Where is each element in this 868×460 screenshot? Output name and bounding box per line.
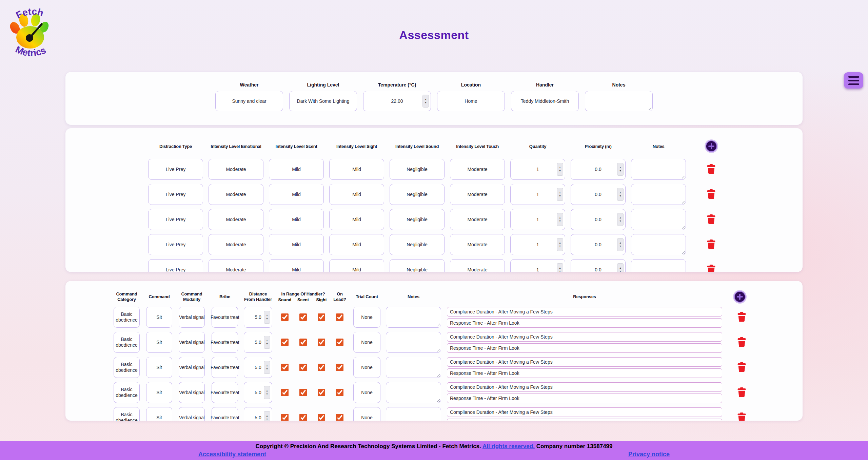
intensity-level-sight-input[interactable]: Mild bbox=[329, 184, 384, 205]
distance-from-handler-input[interactable]: 5.0▴▾ bbox=[244, 382, 272, 403]
response-input[interactable]: Response Time - After Firm Look bbox=[447, 419, 722, 421]
quantity-input[interactable]: 1▴▾ bbox=[510, 159, 565, 180]
all-rights-reserved-link[interactable]: All rights reserved. bbox=[482, 443, 535, 449]
distance-from-handler-input[interactable]: 5.0▴▾ bbox=[244, 357, 272, 378]
intensity-level-scent-input[interactable]: Mild bbox=[269, 259, 324, 272]
spinner-icon[interactable]: ▴▾ bbox=[557, 188, 563, 201]
intensity-level-sound-input[interactable]: Negligible bbox=[390, 234, 445, 255]
quantity-input[interactable]: 1▴▾ bbox=[510, 209, 565, 230]
spinner-icon[interactable]: ▴▾ bbox=[422, 95, 429, 108]
in-range-scent-checkbox[interactable] bbox=[299, 389, 307, 396]
spinner-icon[interactable]: ▴▾ bbox=[557, 238, 563, 251]
response-input[interactable]: Compliance Duration - After Moving a Few… bbox=[447, 357, 722, 367]
trial-count-input[interactable]: None bbox=[353, 357, 380, 378]
trial-count-input[interactable]: None bbox=[353, 332, 380, 353]
command-input[interactable]: Sit bbox=[146, 407, 172, 421]
response-input[interactable]: Compliance Duration - After Moving a Few… bbox=[447, 332, 722, 342]
in-range-scent-checkbox[interactable] bbox=[299, 414, 307, 421]
spinner-icon[interactable]: ▴▾ bbox=[617, 188, 624, 201]
in-range-scent-checkbox[interactable] bbox=[299, 339, 307, 346]
in-range-sight-checkbox[interactable] bbox=[318, 364, 325, 371]
command-category-input[interactable]: Basic obedience bbox=[114, 357, 140, 378]
intensity-level-sight-input[interactable]: Mild bbox=[329, 234, 384, 255]
in-range-sight-checkbox[interactable] bbox=[318, 339, 325, 346]
on-lead-checkbox[interactable] bbox=[336, 389, 343, 396]
distraction-notes-input[interactable] bbox=[631, 259, 686, 272]
intensity-level-emotional-input[interactable]: Moderate bbox=[209, 184, 263, 205]
trial-count-input[interactable]: None bbox=[353, 382, 380, 403]
intensity-level-scent-input[interactable]: Mild bbox=[269, 234, 324, 255]
distraction-notes-input[interactable] bbox=[631, 234, 686, 255]
spinner-icon[interactable]: ▴▾ bbox=[264, 311, 270, 324]
menu-button[interactable] bbox=[844, 72, 863, 89]
bribe-input[interactable]: Favourite treat bbox=[212, 407, 238, 421]
response-input[interactable]: Response Time - After Firm Look bbox=[447, 343, 722, 353]
response-input[interactable]: Compliance Duration - After Moving a Few… bbox=[447, 307, 722, 317]
intensity-level-sound-input[interactable]: Negligible bbox=[390, 209, 445, 230]
bribe-input[interactable]: Favourite treat bbox=[212, 357, 238, 378]
command-modality-input[interactable]: Verbal signal bbox=[179, 357, 205, 378]
command-notes-input[interactable] bbox=[386, 382, 441, 403]
proximity-input[interactable]: 0.0▴▾ bbox=[571, 209, 626, 230]
bribe-input[interactable]: Favourite treat bbox=[212, 332, 238, 353]
proximity-input[interactable]: 0.0▴▾ bbox=[571, 234, 626, 255]
intensity-level-scent-input[interactable]: Mild bbox=[269, 159, 324, 180]
intensity-level-emotional-input[interactable]: Moderate bbox=[209, 234, 263, 255]
spinner-icon[interactable]: ▴▾ bbox=[557, 163, 563, 176]
in-range-sound-checkbox[interactable] bbox=[281, 364, 289, 371]
trial-count-input[interactable]: None bbox=[353, 307, 380, 328]
lighting-level-input[interactable]: Dark With Some Lighting bbox=[289, 91, 357, 111]
in-range-scent-checkbox[interactable] bbox=[299, 313, 307, 321]
command-notes-input[interactable] bbox=[386, 407, 441, 421]
intensity-level-touch-input[interactable]: Moderate bbox=[450, 159, 505, 180]
in-range-sight-checkbox[interactable] bbox=[318, 414, 325, 421]
delete-row-button[interactable] bbox=[737, 337, 746, 347]
in-range-sound-checkbox[interactable] bbox=[281, 313, 289, 321]
distraction-type-input[interactable]: Live Prey bbox=[148, 259, 203, 272]
spinner-icon[interactable]: ▴▾ bbox=[557, 213, 563, 226]
handler-input[interactable]: Teddy Middleton-Smith bbox=[511, 91, 579, 111]
response-input[interactable]: Response Time - After Firm Look bbox=[447, 318, 722, 328]
intensity-level-emotional-input[interactable]: Moderate bbox=[209, 259, 263, 272]
delete-row-button[interactable] bbox=[737, 387, 746, 398]
spinner-icon[interactable]: ▴▾ bbox=[264, 336, 270, 349]
intensity-level-sound-input[interactable]: Negligible bbox=[390, 159, 445, 180]
distraction-type-input[interactable]: Live Prey bbox=[148, 209, 203, 230]
bribe-input[interactable]: Favourite treat bbox=[212, 307, 238, 328]
command-input[interactable]: Sit bbox=[146, 382, 172, 403]
response-input[interactable]: Response Time - After Firm Look bbox=[447, 394, 722, 403]
delete-row-button[interactable] bbox=[737, 362, 746, 372]
quantity-input[interactable]: 1▴▾ bbox=[510, 184, 565, 205]
distraction-notes-input[interactable] bbox=[631, 209, 686, 230]
temperature-input[interactable]: 22.00▴▾ bbox=[363, 91, 431, 111]
intensity-level-sight-input[interactable]: Mild bbox=[329, 209, 384, 230]
bribe-input[interactable]: Favourite treat bbox=[212, 382, 238, 403]
distance-from-handler-input[interactable]: 5.0▴▾ bbox=[244, 332, 272, 353]
distraction-type-input[interactable]: Live Prey bbox=[148, 184, 203, 205]
intensity-level-sight-input[interactable]: Mild bbox=[329, 159, 384, 180]
intensity-level-emotional-input[interactable]: Moderate bbox=[209, 209, 263, 230]
in-range-sound-checkbox[interactable] bbox=[281, 389, 289, 396]
distance-from-handler-input[interactable]: 5.0▴▾ bbox=[244, 307, 272, 328]
command-modality-input[interactable]: Verbal signal bbox=[179, 307, 205, 328]
distance-from-handler-input[interactable]: 5.0▴▾ bbox=[244, 407, 272, 421]
spinner-icon[interactable]: ▴▾ bbox=[557, 263, 563, 272]
delete-row-button[interactable] bbox=[707, 265, 716, 272]
command-notes-input[interactable] bbox=[386, 307, 441, 328]
in-range-sight-checkbox[interactable] bbox=[318, 313, 325, 321]
weather-input[interactable]: Sunny and clear bbox=[215, 91, 283, 111]
command-input[interactable]: Sit bbox=[146, 357, 172, 378]
delete-row-button[interactable] bbox=[707, 189, 716, 199]
accessibility-statement-link[interactable]: Accessibility statement bbox=[198, 451, 266, 458]
quantity-input[interactable]: 1▴▾ bbox=[510, 259, 565, 272]
location-input[interactable]: Home bbox=[437, 91, 505, 111]
proximity-input[interactable]: 0.0▴▾ bbox=[571, 184, 626, 205]
intensity-level-sight-input[interactable]: Mild bbox=[329, 259, 384, 272]
distraction-notes-input[interactable] bbox=[631, 159, 686, 180]
command-modality-input[interactable]: Verbal signal bbox=[179, 407, 205, 421]
intensity-level-sound-input[interactable]: Negligible bbox=[390, 184, 445, 205]
add-distraction-button[interactable] bbox=[706, 140, 717, 152]
in-range-sound-checkbox[interactable] bbox=[281, 339, 289, 346]
spinner-icon[interactable]: ▴▾ bbox=[617, 263, 624, 272]
spinner-icon[interactable]: ▴▾ bbox=[617, 213, 624, 226]
